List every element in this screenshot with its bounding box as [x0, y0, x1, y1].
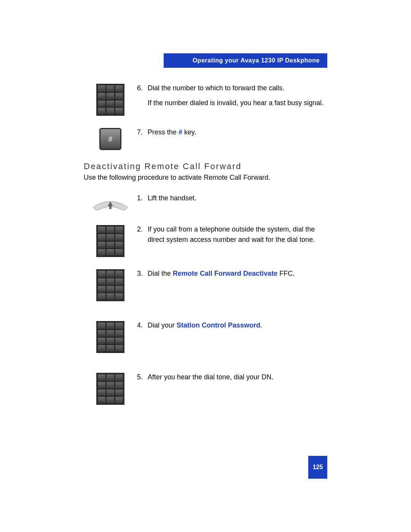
step-body: Dial the number to which to forward the … [148, 83, 324, 93]
step-text: 4.Dial your Station Control Password. [137, 320, 327, 331]
step-row: 3.Dial the Remote Call Forward Deactivat… [84, 268, 327, 301]
keypad-icon [96, 84, 124, 116]
step-text: 7.Press the # key. [137, 127, 327, 137]
step-body: Lift the handset. [148, 193, 324, 203]
step-row: 4.Dial your Station Control Password. [84, 320, 327, 353]
text-fragment: Press the [148, 128, 178, 136]
step-number: 4. [137, 320, 148, 331]
step-row: 2.If you call from a telephone outside t… [84, 224, 327, 257]
step-text: 2.If you call from a telephone outside t… [137, 224, 327, 245]
text-fragment: . [260, 321, 262, 329]
icon-cell [84, 193, 137, 213]
remote-call-forward-label: Remote Call Forward Deactivate [173, 270, 277, 277]
text-fragment: Dial your [148, 321, 177, 329]
step-text: 5.After you hear the dial tone, dial you… [137, 372, 327, 382]
step-text: 1.Lift the handset. [137, 193, 327, 203]
text-fragment: Dial the [148, 270, 173, 277]
step-row: # 7.Press the # key. [84, 127, 327, 150]
text-fragment: key. [182, 128, 196, 136]
step-number: 1. [137, 193, 148, 203]
icon-cell [84, 268, 137, 301]
icon-cell [84, 372, 137, 405]
chapter-header: Operating your Avaya 1230 IP Deskphone [164, 53, 327, 68]
svg-rect-0 [109, 205, 112, 209]
manual-page: Operating your Avaya 1230 IP Deskphone 6… [0, 0, 411, 532]
hash-key-icon: # [99, 128, 121, 150]
step-body: Dial the Remote Call Forward Deactivate … [148, 268, 324, 279]
keypad-icon [96, 373, 124, 405]
icon-cell [84, 224, 137, 257]
step-body: After you hear the dial tone, dial your … [148, 372, 324, 382]
step-number: 5. [137, 372, 148, 382]
keypad-icon [96, 321, 124, 353]
icon-cell [84, 320, 137, 353]
text-fragment: FFC. [277, 270, 295, 277]
step-body: Press the # key. [148, 127, 324, 137]
icon-cell: # [84, 127, 137, 150]
section-subtext: Use the following procedure to activate … [84, 174, 327, 182]
station-control-password-label: Station Control Password [177, 321, 260, 329]
step-row: 1.Lift the handset. [84, 193, 327, 213]
handset-icon [88, 194, 133, 213]
step-subtext: If the number dialed is invalid, you hea… [148, 98, 327, 108]
step-number: 7. [137, 127, 148, 137]
step-number: 2. [137, 224, 148, 235]
icon-cell [84, 83, 137, 116]
step-number: 3. [137, 268, 148, 279]
section-heading: Deactivating Remote Call Forward [84, 161, 327, 171]
keypad-icon [96, 225, 124, 257]
step-text: 3.Dial the Remote Call Forward Deactivat… [137, 268, 327, 279]
keypad-icon [96, 269, 124, 301]
step-body: If you call from a telephone outside the… [148, 224, 324, 245]
step-row: 5.After you hear the dial tone, dial you… [84, 372, 327, 405]
step-text: 6.Dial the number to which to forward th… [137, 83, 327, 108]
step-number: 6. [137, 83, 148, 93]
hash-symbol-label: # [178, 128, 182, 136]
step-body: Dial your Station Control Password. [148, 320, 324, 331]
page-number-box: 125 [308, 456, 327, 479]
step-row: 6.Dial the number to which to forward th… [84, 83, 327, 116]
page-number: 125 [313, 464, 323, 471]
chapter-title: Operating your Avaya 1230 IP Deskphone [193, 57, 320, 64]
